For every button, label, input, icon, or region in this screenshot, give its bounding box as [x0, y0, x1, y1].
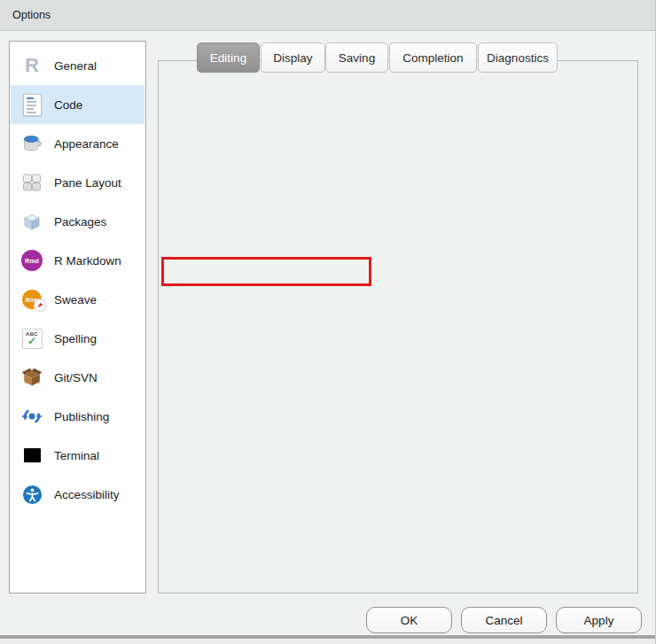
r-logo-icon: R	[20, 54, 43, 77]
apply-button[interactable]: Apply	[556, 607, 642, 633]
code-document-icon	[20, 93, 43, 116]
accessibility-person-icon	[20, 483, 43, 506]
tab-display[interactable]: Display	[261, 43, 325, 73]
sweave-badge-icon: Rnw	[20, 288, 43, 311]
background-window-strip	[0, 639, 656, 644]
sidebar-item-terminal[interactable]: Terminal	[11, 436, 144, 475]
terminal-square-icon	[20, 444, 43, 467]
sidebar-item-label: Accessibility	[54, 488, 120, 501]
tab-saving[interactable]: Saving	[325, 43, 388, 73]
tab-editing[interactable]: Editing	[197, 43, 260, 73]
ok-button[interactable]: OK	[366, 607, 452, 633]
sidebar-item-publishing[interactable]: Publishing	[11, 397, 144, 436]
sidebar: R General Code Appearance	[9, 41, 146, 594]
tab-diagnostics[interactable]: Diagnostics	[478, 43, 558, 73]
sidebar-item-label: Git/SVN	[54, 371, 98, 384]
sidebar-item-pane-layout[interactable]: Pane Layout	[11, 163, 144, 202]
sidebar-item-code[interactable]: Code	[11, 85, 144, 124]
sidebar-item-label: Packages	[54, 215, 106, 229]
sidebar-item-label: Spelling	[54, 332, 97, 345]
sidebar-item-label: Publishing	[54, 410, 109, 423]
rmarkdown-badge-icon: Rmd	[20, 249, 43, 272]
git-box-icon	[20, 366, 43, 389]
options-dialog: Options R General Code Appearance	[0, 0, 656, 644]
spellcheck-icon: ABC✓	[20, 327, 43, 350]
window-title: Options	[12, 9, 51, 21]
sidebar-item-label: Terminal	[54, 449, 99, 462]
cancel-button[interactable]: Cancel	[461, 607, 547, 633]
sidebar-item-packages[interactable]: Packages	[11, 202, 144, 241]
sidebar-item-label: Appearance	[54, 137, 119, 151]
sidebar-item-label: Code	[54, 98, 82, 112]
sidebar-item-accessibility[interactable]: Accessibility	[11, 475, 144, 514]
sidebar-item-git-svn[interactable]: Git/SVN	[11, 358, 144, 397]
paint-can-icon	[20, 132, 43, 155]
sidebar-item-general[interactable]: R General	[11, 46, 144, 85]
sidebar-item-appearance[interactable]: Appearance	[11, 124, 144, 163]
sidebar-item-label: Sweave	[54, 293, 97, 306]
sidebar-item-label: General	[54, 59, 97, 73]
sidebar-item-spelling[interactable]: ABC✓ Spelling	[11, 319, 144, 358]
pane-grid-icon	[20, 171, 43, 194]
publish-orbit-icon	[20, 405, 43, 428]
sidebar-item-sweave[interactable]: Rnw Sweave	[11, 280, 144, 319]
tab-completion[interactable]: Completion	[389, 43, 477, 73]
sidebar-item-label: Pane Layout	[54, 176, 121, 190]
titlebar: Options	[0, 0, 655, 31]
sidebar-item-r-markdown[interactable]: Rmd R Markdown	[11, 241, 144, 280]
editing-panel	[158, 60, 638, 594]
sidebar-item-label: R Markdown	[54, 254, 121, 268]
package-cube-icon	[20, 210, 43, 233]
